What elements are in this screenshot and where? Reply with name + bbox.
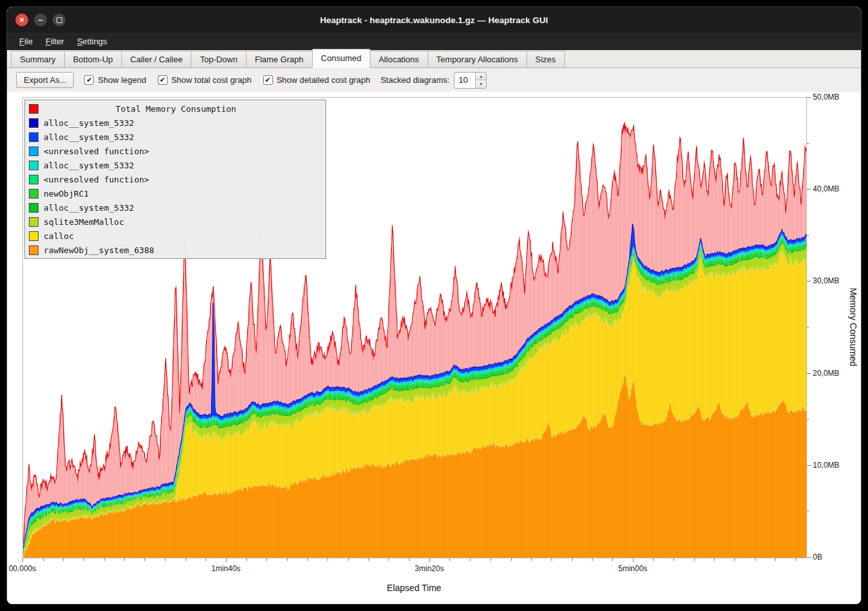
tab-allocations[interactable]: Allocations [370, 51, 428, 67]
export-as-button[interactable]: Export As... [16, 72, 74, 88]
checkbox-box[interactable]: ✔ [263, 75, 273, 85]
check-icon: ✔ [86, 76, 92, 84]
x-tick [531, 558, 532, 561]
x-tick [247, 558, 247, 561]
legend-label: <unresolved function> [44, 175, 149, 184]
x-tick [551, 558, 552, 561]
x-tick [470, 558, 471, 561]
legend-item: sqlite3MemMalloc [25, 215, 326, 229]
x-tick [287, 558, 288, 561]
legend-color-chip [29, 146, 39, 156]
menu-item-file[interactable]: File [13, 35, 39, 48]
menu-item-filter[interactable]: Filter [40, 35, 70, 48]
x-tick [775, 558, 776, 561]
y-tick-label: 20,0MB [813, 369, 839, 378]
checkbox-show-total-cost-graph[interactable]: ✔Show total cost graph [158, 75, 252, 85]
checkbox-show-legend[interactable]: ✔Show legend [84, 75, 146, 85]
spinbox-down-button[interactable]: ▾ [476, 80, 486, 88]
legend-item: alloc__system_5332 [25, 158, 326, 172]
tab-flame-graph[interactable]: Flame Graph [246, 51, 313, 67]
legend-color-chip [29, 203, 39, 213]
tab-bottom-up[interactable]: Bottom-Up [64, 51, 122, 67]
y-tick-label: 30,0MB [813, 276, 839, 285]
x-tick [22, 558, 23, 562]
x-tick [430, 558, 430, 562]
x-tick [694, 558, 695, 561]
legend-item: alloc__system_5332 [25, 130, 326, 144]
legend-item: newObjRC1 [25, 186, 326, 200]
minimize-button[interactable]: – [34, 13, 47, 26]
y-tick-label: 10,0MB [813, 461, 839, 470]
checkbox-box[interactable]: ✔ [158, 75, 168, 85]
legend-item: <unresolved function> [25, 144, 326, 158]
x-tick [226, 558, 227, 562]
stacked-diagrams-spinbox[interactable]: 10 ▴ ▾ [454, 72, 487, 89]
window-title: Heaptrack - heaptrack.wakunode.1.gz — He… [7, 15, 861, 25]
legend-label: alloc__system_5332 [44, 161, 134, 170]
y-tick [807, 97, 811, 98]
checkbox-show-detailed-cost-graph[interactable]: ✔Show detailed cost graph [263, 75, 370, 85]
tab-temporary-allocations[interactable]: Temporary Allocations [428, 51, 527, 67]
x-tick [327, 558, 328, 561]
legend-item: calloc [25, 229, 326, 243]
tab-top-down[interactable]: Top-Down [191, 51, 247, 67]
x-tick [592, 558, 593, 561]
maximize-icon [56, 17, 62, 23]
x-tick-label: 3min20s [415, 564, 444, 573]
checkbox-label: Show detailed cost graph [277, 75, 370, 85]
checkbox-group: ✔Show legend✔Show total cost graph✔Show … [84, 75, 370, 85]
legend-color-chip [29, 175, 39, 184]
x-tick [144, 558, 145, 561]
x-tick-label: 5min00s [618, 564, 647, 573]
legend-title-row: Total Memory Consumption [25, 102, 326, 116]
legend-color-chip [29, 245, 39, 255]
app-window: Heaptrack - heaptrack.wakunode.1.gz — He… [6, 6, 862, 605]
x-tick [409, 558, 410, 561]
x-tick [653, 558, 654, 561]
legend-color-chip [29, 189, 39, 199]
legend-color-chip [29, 161, 39, 170]
maximize-button[interactable] [53, 13, 65, 26]
x-tick [449, 558, 450, 561]
spinbox-up-button[interactable]: ▴ [476, 73, 486, 81]
y-tick [807, 281, 811, 281]
legend-item: <unresolved function> [25, 172, 326, 186]
tab-sizes[interactable]: Sizes [526, 51, 565, 67]
stacked-diagrams-label: Stacked diagrams: [381, 75, 450, 85]
y-tick [807, 419, 809, 420]
close-icon: × [19, 13, 24, 26]
tab-consumed[interactable]: Consumed [312, 49, 370, 68]
x-tick [511, 558, 512, 561]
chevron-down-icon: ▾ [480, 82, 483, 86]
legend-label: Total Memory Consumption [44, 104, 308, 114]
legend-label: rawNewObj__system_6388 [44, 245, 154, 255]
check-icon: ✔ [265, 76, 271, 84]
x-axis-title: Elapsed Time [387, 583, 442, 593]
legend-label: newObjRC1 [44, 189, 89, 199]
x-tick [369, 558, 369, 561]
toolbar: Export As... ✔Show legend✔Show total cos… [7, 68, 861, 92]
close-button[interactable]: × [15, 13, 28, 26]
tab-summary[interactable]: Summary [11, 51, 65, 67]
checkbox-label: Show total cost graph [171, 75, 252, 85]
checkbox-box[interactable]: ✔ [84, 75, 94, 85]
x-tick [43, 558, 44, 561]
x-tick [673, 558, 674, 561]
legend-color-chip [29, 132, 39, 142]
x-tick [63, 558, 64, 561]
x-tick-label: 00.000s [9, 564, 37, 573]
y-tick [807, 465, 811, 466]
menubar: FileFilterSettings [7, 33, 861, 50]
x-tick [633, 558, 634, 562]
tab-caller-callee[interactable]: Caller / Callee [121, 51, 192, 67]
y-axis-title: Memory Consumed [848, 288, 858, 366]
x-tick [755, 558, 756, 561]
x-tick [124, 558, 125, 561]
x-tick [104, 558, 105, 561]
legend-label: sqlite3MemMalloc [44, 217, 124, 227]
legend-color-chip [29, 104, 39, 114]
legend-label: alloc__system_5332 [44, 132, 134, 142]
menu-item-settings[interactable]: Settings [71, 35, 113, 48]
chart-area: Total Memory Consumptionalloc__system_53… [7, 92, 861, 604]
y-tick-label: 50,0MB [813, 93, 839, 102]
